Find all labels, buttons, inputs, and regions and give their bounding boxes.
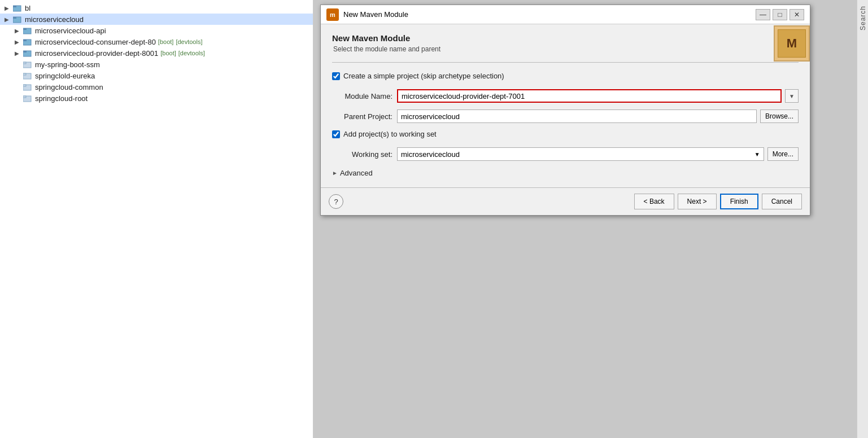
working-set-row: Working set: microservicecloud ▼ More...: [332, 147, 799, 161]
svg-rect-5: [23, 28, 27, 30]
parent-project-input[interactable]: [397, 110, 757, 123]
parent-project-label: Parent Project:: [332, 112, 397, 121]
simple-project-label[interactable]: Create a simple project (skip archetype …: [343, 72, 504, 80]
add-working-set-label[interactable]: Add project(s) to working set: [343, 130, 437, 138]
module-name-label: Module Name:: [332, 92, 397, 100]
tree-item-label: springcloud-root: [35, 94, 88, 103]
parent-project-input-wrap: Browse...: [397, 110, 799, 123]
ide-project-panel: ▶bl▶microservicecloud▶microservicecloud-…: [0, 0, 313, 438]
cancel-button[interactable]: Cancel: [762, 194, 802, 209]
module-name-input-wrap: ▼: [397, 89, 799, 103]
help-button[interactable]: ?: [329, 194, 343, 209]
simple-project-row: Create a simple project (skip archetype …: [332, 72, 799, 80]
svg-rect-15: [23, 85, 26, 86]
tree-arrow-icon: ▶: [5, 16, 12, 23]
browse-button[interactable]: Browse...: [760, 110, 799, 123]
svg-rect-9: [23, 51, 27, 52]
tree-item-label: microservicecloud: [25, 15, 84, 24]
minimize-button[interactable]: ―: [756, 9, 770, 20]
folder-icon: [23, 37, 33, 46]
modal-titlebar: m New Maven Module ― □ ✕: [321, 5, 810, 24]
new-maven-module-dialog: m New Maven Module ― □ ✕ M New Maven Mod…: [320, 5, 810, 216]
tree-item-badge1: [boot]: [160, 50, 176, 56]
folder-icon: [23, 49, 33, 58]
maven-logo-letter: M: [778, 29, 806, 58]
tree-item-badge2: [devtools]: [176, 38, 202, 45]
tree-item-badge1: [boot]: [158, 38, 174, 45]
working-set-value: microservicecloud: [401, 150, 460, 159]
tree-item-label: microservicecloud-api: [35, 27, 106, 35]
svg-rect-7: [23, 40, 27, 41]
advanced-row[interactable]: ► Advanced: [332, 168, 799, 178]
folder-icon: [12, 15, 23, 24]
modal-title-left: m New Maven Module: [326, 8, 408, 21]
module-name-dropdown-button[interactable]: ▼: [785, 89, 799, 103]
modal-body: New Maven Module Select the module name …: [321, 24, 810, 187]
search-panel: Search: [857, 0, 868, 438]
working-set-chevron-icon: ▼: [754, 151, 760, 157]
close-button[interactable]: ✕: [790, 9, 804, 20]
maven-title-icon: m: [326, 8, 339, 21]
modal-footer: ? < Back Next > Finish Cancel: [321, 187, 810, 215]
tree-arrow-icon: ▶: [15, 28, 23, 34]
modal-subtitle: Select the module name and parent: [332, 45, 799, 53]
tree-item-label: microservicecloud-consumer-dept-80: [35, 38, 156, 46]
advanced-expand-icon: ►: [332, 170, 338, 176]
footer-right: < Back Next > Finish Cancel: [634, 194, 802, 209]
tree-item-badge2: [devtools]: [178, 50, 205, 56]
working-set-label: Working set:: [332, 150, 397, 159]
parent-project-row: Parent Project: Browse...: [332, 110, 799, 123]
folder-icon: [23, 82, 33, 91]
right-area: m New Maven Module ― □ ✕ M New Maven Mod…: [313, 0, 868, 438]
folder-icon: [23, 94, 33, 103]
tree-arrow-icon: ▶: [5, 5, 12, 11]
svg-rect-3: [13, 17, 16, 19]
tree-item-label: my-spring-boot-ssm: [35, 60, 100, 69]
maven-logo-image: M: [774, 25, 810, 62]
modal-window-controls: ― □ ✕: [756, 9, 804, 20]
more-button[interactable]: More...: [767, 147, 799, 161]
advanced-label: Advanced: [340, 169, 373, 177]
back-button[interactable]: < Back: [634, 194, 674, 209]
search-panel-label: Search: [859, 6, 867, 30]
tree-item-microservicecloud-api[interactable]: ▶microservicecloud-api: [0, 25, 313, 36]
tree-item-my-spring-boot-ssm[interactable]: my-spring-boot-ssm: [0, 59, 313, 70]
working-set-select[interactable]: microservicecloud ▼: [397, 147, 764, 161]
folder-icon: [23, 71, 33, 80]
tree-item-bl[interactable]: ▶bl: [0, 2, 313, 14]
tree-item-springclold-eureka[interactable]: springclold-eureka: [0, 70, 313, 81]
svg-rect-1: [13, 6, 16, 7]
tree-item-label: springcloud-common: [35, 83, 103, 91]
tree-arrow-icon: ▶: [15, 50, 23, 56]
tree-item-springcloud-root[interactable]: springcloud-root: [0, 93, 313, 104]
simple-project-checkbox[interactable]: [332, 72, 340, 80]
modal-title-text: New Maven Module: [343, 10, 408, 19]
folder-icon: [12, 3, 23, 12]
working-set-select-wrap: microservicecloud ▼ More...: [397, 147, 799, 161]
svg-rect-11: [23, 62, 26, 64]
maximize-button[interactable]: □: [773, 9, 787, 20]
svg-rect-17: [23, 96, 26, 98]
finish-button[interactable]: Finish: [720, 194, 758, 209]
tree-item-microservicecloud-provider-dept-8001[interactable]: ▶microservicecloud-provider-dept-8001 [b…: [0, 47, 313, 59]
tree-item-microservicecloud-consumer-dept-80[interactable]: ▶microservicecloud-consumer-dept-80 [boo…: [0, 36, 313, 47]
add-working-set-checkbox[interactable]: [332, 130, 340, 138]
tree-item-label: microservicecloud-provider-dept-8001: [35, 49, 158, 58]
folder-icon: [23, 26, 33, 35]
module-name-input[interactable]: [397, 89, 782, 103]
tree-item-label: bl: [25, 4, 30, 12]
tree-item-microservicecloud[interactable]: ▶microservicecloud: [0, 14, 313, 25]
svg-rect-13: [23, 73, 26, 75]
next-button[interactable]: Next >: [678, 194, 717, 209]
modal-header: New Maven Module: [332, 33, 799, 43]
footer-left: ?: [329, 194, 343, 209]
module-name-row: Module Name: ▼: [332, 89, 799, 103]
tree-item-springcloud-common[interactable]: springcloud-common: [0, 81, 313, 93]
tree-item-label: springclold-eureka: [35, 72, 95, 80]
separator: [332, 62, 799, 63]
tree-arrow-icon: ▶: [15, 39, 23, 45]
working-set-checkbox-row: Add project(s) to working set: [332, 130, 799, 138]
folder-icon: [23, 60, 33, 69]
